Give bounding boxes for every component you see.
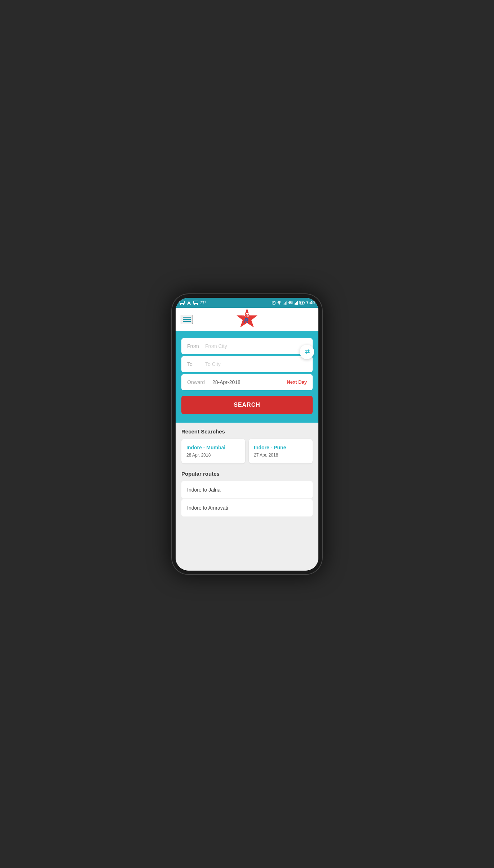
alarm-icon [272,301,276,305]
phone-screen: 27° [176,298,318,571]
recent-search-route-1: Indore - Mumbai [186,445,240,450]
recent-search-date-1: 28 Apr, 2018 [186,453,240,458]
hamburger-line-1 [183,317,191,318]
popular-route-2[interactable]: Indore to Amravati [181,499,313,516]
svg-rect-22 [295,303,296,305]
svg-rect-20 [286,301,287,305]
recent-searches-list: Indore - Mumbai 28 Apr, 2018 Indore - Pu… [181,439,313,463]
svg-line-14 [272,301,273,301]
svg-line-15 [274,301,275,301]
from-placeholder: From City [205,343,307,349]
popular-route-1[interactable]: Indore to Jalna [181,481,313,498]
svg-rect-19 [285,302,286,305]
battery-icon [299,301,305,305]
to-field[interactable]: To To City [181,356,313,372]
wifi-icon [277,301,282,305]
onward-label: Onward [187,379,212,385]
from-field[interactable]: From From City [181,338,313,354]
svg-text:R: R [244,318,248,324]
svg-point-9 [194,304,195,305]
hamburger-line-3 [183,321,191,322]
svg-rect-1 [180,301,184,303]
network-label: 4G [288,301,293,305]
svg-rect-17 [283,304,283,305]
swap-icon: ⇅ [304,349,310,354]
temperature: 27° [200,301,206,305]
signal-icon-2 [294,301,298,305]
date-field[interactable]: Onward 28-Apr-2018 Next Day [181,374,313,390]
svg-rect-23 [296,302,297,305]
svg-rect-8 [194,301,198,303]
to-label: To [187,361,205,367]
recent-searches-section: Recent Searches Indore - Mumbai 28 Apr, … [181,428,313,463]
logo-container: RT S R [234,307,260,331]
svg-text:S: S [246,312,250,318]
signal-icon [283,301,287,305]
svg-rect-24 [297,301,298,305]
svg-point-10 [197,304,198,305]
fields-wrapper: From From City ⇅ To To City [181,338,313,372]
to-placeholder: To City [205,361,307,367]
popular-route-1-label: Indore to Jalna [187,487,221,493]
nav-bar: RT S R [176,308,318,331]
date-value: 28-Apr-2018 [212,379,287,385]
svg-point-3 [183,304,184,305]
svg-point-16 [279,304,279,305]
recent-search-card-2[interactable]: Indore - Pune 27 Apr, 2018 [249,439,313,463]
search-button[interactable]: SEARCH [181,396,313,414]
next-day-button[interactable]: Next Day [287,379,307,385]
bus-icon-1 [179,300,185,305]
app-logo: RT S R [234,307,260,331]
popular-routes-section: Popular routes Indore to Jalna Indore to… [181,471,313,516]
nav-icon [186,300,191,305]
recent-search-card-1[interactable]: Indore - Mumbai 28 Apr, 2018 [181,439,245,463]
content-section: Recent Searches Indore - Mumbai 28 Apr, … [176,423,318,571]
from-label: From [187,343,205,349]
phone-frame: 27° [171,293,323,575]
status-bar: 27° [176,298,318,308]
recent-searches-title: Recent Searches [181,428,313,435]
popular-route-2-label: Indore to Amravati [187,505,228,511]
status-right: 4G 7:40 [272,300,315,305]
recent-search-route-2: Indore - Pune [254,445,308,450]
svg-rect-21 [294,304,295,305]
svg-rect-26 [304,302,305,304]
search-section: From From City ⇅ To To City Onward 28-Ap… [176,331,318,423]
recent-search-date-2: 27 Apr, 2018 [254,453,308,458]
hamburger-button[interactable] [181,315,193,324]
status-left: 27° [179,300,206,305]
hamburger-line-2 [183,319,191,320]
popular-routes-title: Popular routes [181,471,313,477]
bus-icon-2 [193,300,199,305]
swap-button[interactable]: ⇅ [300,345,314,359]
svg-rect-18 [284,303,285,305]
time-display: 7:40 [306,300,315,305]
svg-point-2 [180,304,181,305]
